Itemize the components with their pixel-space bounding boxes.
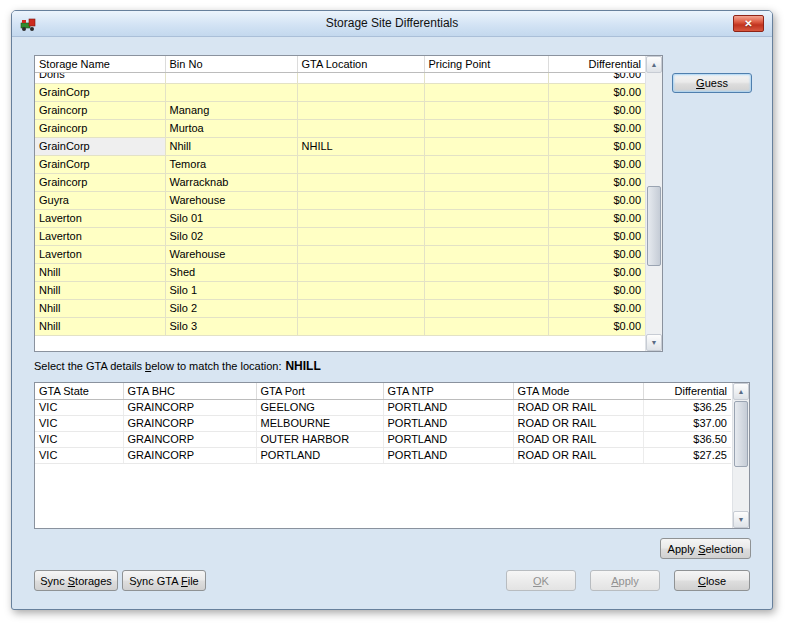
- table-cell[interactable]: Dons: [35, 72, 165, 83]
- table-cell[interactable]: [297, 227, 424, 245]
- table-cell[interactable]: [424, 119, 548, 137]
- table-cell[interactable]: $0.00: [548, 101, 645, 119]
- table-cell[interactable]: Warehouse: [165, 245, 297, 263]
- column-header[interactable]: GTA NTP: [383, 383, 513, 399]
- table-cell[interactable]: VIC: [35, 415, 123, 431]
- table-cell[interactable]: GRAINCORP: [123, 431, 256, 447]
- apply-button[interactable]: Apply: [590, 570, 660, 591]
- table-row[interactable]: NhillSilo 2$0.00: [35, 299, 645, 317]
- table-cell[interactable]: [424, 317, 548, 335]
- table-cell[interactable]: PORTLAND: [383, 447, 513, 463]
- column-header[interactable]: GTA Port: [256, 383, 383, 399]
- table-cell[interactable]: Silo 1: [165, 281, 297, 299]
- table-row[interactable]: GraincorpMurtoa$0.00: [35, 119, 645, 137]
- table-cell[interactable]: [424, 209, 548, 227]
- table-cell[interactable]: $0.00: [548, 173, 645, 191]
- table-cell[interactable]: Laverton: [35, 227, 165, 245]
- table-cell[interactable]: [297, 317, 424, 335]
- scroll-down-button[interactable]: ▼: [646, 334, 662, 351]
- column-header[interactable]: Differential: [548, 56, 645, 72]
- sync-storages-button[interactable]: Sync Storages: [34, 570, 118, 591]
- table-cell[interactable]: $37.00: [643, 415, 731, 431]
- column-header[interactable]: Differential: [643, 383, 731, 399]
- table-cell[interactable]: [297, 83, 424, 101]
- table-cell[interactable]: $0.00: [548, 137, 645, 155]
- table-cell[interactable]: [297, 245, 424, 263]
- table-row[interactable]: GrainCorpTemora$0.00: [35, 155, 645, 173]
- table-cell[interactable]: Nhill: [35, 317, 165, 335]
- scroll-up-button[interactable]: ▲: [733, 383, 749, 400]
- table-row[interactable]: GrainCorpNhillNHILL$0.00: [35, 137, 645, 155]
- table-cell[interactable]: [424, 101, 548, 119]
- table-cell[interactable]: Silo 2: [165, 299, 297, 317]
- gta-table[interactable]: GTA StateGTA BHCGTA PortGTA NTPGTA ModeD…: [35, 383, 731, 464]
- table-row[interactable]: GrainCorp$0.00: [35, 83, 645, 101]
- table-cell[interactable]: $36.50: [643, 431, 731, 447]
- scroll-down-button[interactable]: ▼: [733, 511, 749, 528]
- table-row[interactable]: NhillSilo 1$0.00: [35, 281, 645, 299]
- table-cell[interactable]: $36.25: [643, 399, 731, 415]
- table-cell[interactable]: $0.00: [548, 317, 645, 335]
- table-cell[interactable]: [297, 191, 424, 209]
- table-cell[interactable]: $0.00: [548, 191, 645, 209]
- table-cell[interactable]: [297, 299, 424, 317]
- column-header[interactable]: Storage Name: [35, 56, 165, 72]
- table-row[interactable]: LavertonSilo 01$0.00: [35, 209, 645, 227]
- title-bar[interactable]: Storage Site Differentials ✕: [12, 11, 772, 37]
- table-cell[interactable]: GRAINCORP: [123, 447, 256, 463]
- scroll-thumb[interactable]: [647, 186, 661, 266]
- table-row[interactable]: LavertonWarehouse$0.00: [35, 245, 645, 263]
- table-cell[interactable]: Graincorp: [35, 173, 165, 191]
- table-cell[interactable]: VIC: [35, 431, 123, 447]
- ok-button[interactable]: OK: [506, 570, 576, 591]
- table-row[interactable]: GraincorpWarracknab$0.00: [35, 173, 645, 191]
- table-cell[interactable]: [297, 209, 424, 227]
- table-cell[interactable]: $0.00: [548, 119, 645, 137]
- table-cell[interactable]: $0.00: [548, 209, 645, 227]
- column-header[interactable]: GTA Location: [297, 56, 424, 72]
- table-cell[interactable]: Guyra: [35, 191, 165, 209]
- table-cell[interactable]: GEELONG: [256, 399, 383, 415]
- table-cell[interactable]: $0.00: [548, 83, 645, 101]
- scroll-up-button[interactable]: ▲: [646, 56, 662, 73]
- table-cell[interactable]: ROAD OR RAIL: [513, 415, 643, 431]
- table-cell[interactable]: [297, 155, 424, 173]
- table-row[interactable]: GraincorpManang$0.00: [35, 101, 645, 119]
- table-cell[interactable]: OUTER HARBOR: [256, 431, 383, 447]
- table-cell[interactable]: Murtoa: [165, 119, 297, 137]
- table-cell[interactable]: [297, 281, 424, 299]
- table-row[interactable]: NhillSilo 3$0.00: [35, 317, 645, 335]
- column-header[interactable]: Pricing Point: [424, 56, 548, 72]
- column-header[interactable]: GTA Mode: [513, 383, 643, 399]
- table-cell[interactable]: [424, 83, 548, 101]
- table-cell[interactable]: GrainCorp: [35, 83, 165, 101]
- table-cell[interactable]: ROAD OR RAIL: [513, 431, 643, 447]
- sync-gta-file-button[interactable]: Sync GTA File: [122, 570, 206, 591]
- table-cell[interactable]: [424, 263, 548, 281]
- table-cell[interactable]: ROAD OR RAIL: [513, 399, 643, 415]
- table-cell[interactable]: $27.25: [643, 447, 731, 463]
- table-cell[interactable]: [297, 72, 424, 83]
- close-button[interactable]: ✕: [733, 15, 764, 32]
- table-cell[interactable]: [424, 191, 548, 209]
- table-row[interactable]: VICGRAINCORPOUTER HARBORPORTLANDROAD OR …: [35, 431, 731, 447]
- table-cell[interactable]: $0.00: [548, 281, 645, 299]
- column-header[interactable]: Bin No: [165, 56, 297, 72]
- table-cell[interactable]: Manang: [165, 101, 297, 119]
- table-cell[interactable]: [165, 72, 297, 83]
- table-cell[interactable]: Warracknab: [165, 173, 297, 191]
- storage-table[interactable]: Storage NameBin NoGTA LocationPricing Po…: [35, 56, 645, 336]
- table-row[interactable]: NhillShed$0.00: [35, 263, 645, 281]
- gta-table-scrollbar[interactable]: ▲ ▼: [732, 383, 749, 528]
- table-cell[interactable]: [424, 299, 548, 317]
- table-cell[interactable]: Silo 02: [165, 227, 297, 245]
- table-cell[interactable]: [424, 173, 548, 191]
- table-cell[interactable]: GRAINCORP: [123, 415, 256, 431]
- table-cell[interactable]: $0.00: [548, 263, 645, 281]
- table-row[interactable]: VICGRAINCORPPORTLANDPORTLANDROAD OR RAIL…: [35, 447, 731, 463]
- table-cell[interactable]: Nhill: [165, 137, 297, 155]
- table-cell[interactable]: Warehouse: [165, 191, 297, 209]
- table-cell[interactable]: VIC: [35, 447, 123, 463]
- table-cell[interactable]: $0.00: [548, 227, 645, 245]
- table-cell[interactable]: GRAINCORP: [123, 399, 256, 415]
